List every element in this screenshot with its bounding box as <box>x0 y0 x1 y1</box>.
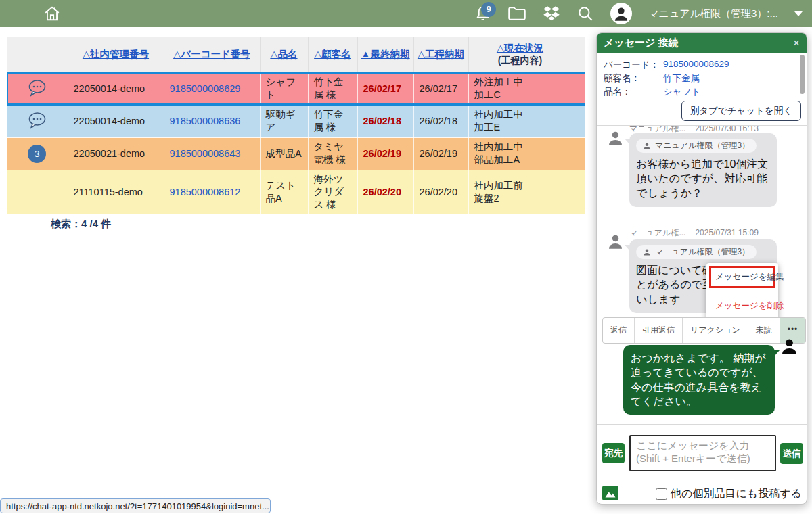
barcode-link[interactable]: 9185000008612 <box>170 187 241 197</box>
cell-final-due-date: 26/02/20 <box>357 170 413 214</box>
cell-process-due-date: 26/02/17 <box>413 72 468 105</box>
sort-header-link[interactable]: △社内管理番号 <box>83 49 149 60</box>
orders-table: △社内管理番号△バーコード番号△品名△顧客名▲最終納期△工程納期△現在状況(工程… <box>7 37 585 214</box>
customer-info-row: 顧客名： 竹下金属 <box>604 72 700 85</box>
barcode-value: 9185000008629 <box>663 59 729 71</box>
user-avatar[interactable] <box>610 3 632 24</box>
post-to-other-items-option: 他の個別品目にも投稿する <box>656 487 802 501</box>
cell-current-status: 外注加工中 加工C <box>468 72 572 105</box>
column-header: △工程納期 <box>413 37 468 72</box>
reaction-button[interactable]: リアクション <box>683 318 748 343</box>
send-button[interactable]: 送信 <box>780 443 803 464</box>
cell-current-status: 社内加工前 旋盤2 <box>468 170 572 214</box>
attach-image-icon[interactable] <box>602 486 618 500</box>
sort-header-link[interactable]: △現在状況 <box>497 43 543 53</box>
row-icon-cell <box>7 170 68 214</box>
cell-barcode-link: 9185000008643 <box>164 137 260 170</box>
cell-product-name: シャフト <box>260 72 308 105</box>
customer-label: 顧客名： <box>604 72 663 85</box>
message-input[interactable] <box>629 435 776 471</box>
column-header: △品名 <box>260 37 308 72</box>
author-badge: マニュアル権限（管理3） <box>636 245 757 259</box>
table-row[interactable]: 22050014-demo9185000008629シャフト竹下金属 様26/0… <box>7 72 585 105</box>
menu-icon[interactable] <box>9 8 26 19</box>
search-icon[interactable] <box>577 5 594 22</box>
close-icon[interactable]: × <box>793 37 800 50</box>
chat-message-bubble[interactable]: マニュアル権限（管理3） お客様から追加で10個注文頂いたのですが、対応可能でし… <box>629 133 777 207</box>
cell-process-due-date: 26/02/19 <box>413 137 468 170</box>
folder-icon[interactable] <box>508 5 526 22</box>
checkbox-label: 他の個別品目にも投稿する <box>671 487 802 501</box>
scrollbar-thumb[interactable] <box>800 55 805 94</box>
barcode-label: バーコード： <box>604 59 663 71</box>
top-navbar: 9 マニュアル権限（管理3）:... <box>0 0 812 27</box>
cell-product-name: 駆動ギア <box>260 105 308 137</box>
open-chat-new-tab-button[interactable]: 別タブでチャットを開く <box>681 101 801 121</box>
barcode-info-row: バーコード： 9185000008629 <box>604 59 729 71</box>
table-row[interactable]: 322050021-demo9185000008643成型品Aタミヤ電機 様26… <box>7 137 585 170</box>
notification-bell-icon[interactable]: 9 <box>474 5 491 22</box>
cell-cut <box>572 72 585 105</box>
row-icon-cell: 3 <box>7 137 68 170</box>
column-header: △現在状況(工程内容) <box>468 37 572 72</box>
edit-message-menu-item[interactable]: メッセージを編集 <box>709 266 775 288</box>
barcode-link[interactable]: 9185000008629 <box>170 83 241 94</box>
cell-current-status: 社内加工中 加工E <box>468 105 572 137</box>
user-name-label[interactable]: マニュアル権限（管理3）:... <box>648 7 778 20</box>
cell-management-number: 22050014-demo <box>68 105 164 137</box>
sort-header-link[interactable]: △バーコード番号 <box>173 49 250 60</box>
orders-table-body: 22050014-demo9185000008629シャフト竹下金属 様26/0… <box>7 72 585 214</box>
dropbox-icon[interactable] <box>543 5 560 22</box>
customer-value: 竹下金属 <box>663 72 700 85</box>
message-context-menu: メッセージを編集 メッセージを削除 <box>706 263 778 323</box>
message-text: お客様から追加で10個注文頂いたのですが、対応可能でしょうか？ <box>636 157 770 200</box>
cell-customer-name: 海外ツクリダス 様 <box>308 170 357 214</box>
divider <box>597 424 807 425</box>
message-author-line: マニュアル権...2025/07/31 15:09 <box>629 227 759 239</box>
person-icon <box>643 248 651 256</box>
home-icon[interactable] <box>43 5 61 22</box>
person-icon <box>606 129 625 150</box>
barcode-link[interactable]: 9185000008636 <box>170 116 241 126</box>
unread-count-badge: 3 <box>28 145 46 163</box>
chat-bubble-icon[interactable] <box>26 111 48 130</box>
table-row[interactable]: 21110115-demo9185000008612テスト品A海外ツクリダス 様… <box>7 170 585 214</box>
sort-header-link[interactable]: △品名 <box>270 49 297 60</box>
column-header-empty <box>7 37 68 72</box>
chat-panel: メッセージ 接続 × バーコード： 9185000008629 顧客名： 竹下金… <box>596 32 807 505</box>
table-row[interactable]: 22050014-demo9185000008636駆動ギア竹下金属 様26/0… <box>7 105 585 137</box>
reply-button[interactable]: 返信 <box>603 318 635 343</box>
own-message-bubble[interactable]: おつかれさまです。 納期が迫ってきているのですが、今の仕事の進み具合を教えてくだ… <box>623 345 775 415</box>
post-to-other-items-checkbox[interactable] <box>656 488 667 500</box>
chevron-down-icon[interactable] <box>794 11 803 16</box>
unread-button[interactable]: 未読 <box>748 318 780 343</box>
cell-barcode-link: 9185000008612 <box>164 170 260 214</box>
sort-header-link[interactable]: △顧客名 <box>314 49 351 60</box>
quote-reply-button[interactable]: 引用返信 <box>635 318 683 343</box>
cell-process-due-date: 26/02/20 <box>413 170 468 214</box>
cell-barcode-link: 9185000008629 <box>164 72 260 105</box>
cell-cut <box>572 105 585 137</box>
barcode-link[interactable]: 9185000008643 <box>170 148 241 159</box>
sort-header-link[interactable]: △工程納期 <box>418 49 464 60</box>
recipient-button[interactable]: 宛先 <box>602 443 625 463</box>
cell-management-number: 21110115-demo <box>68 170 164 214</box>
chat-message-list[interactable]: マニュアル権...2025/07/30 16:13 マニュアル権限（管理3） お… <box>597 126 807 424</box>
cell-product-name: テスト品A <box>260 170 308 214</box>
person-icon <box>780 337 799 358</box>
column-header-subtitle: (工程内容) <box>472 55 569 67</box>
cell-final-due-date: 26/02/18 <box>357 105 413 137</box>
column-header: ▲最終納期 <box>357 37 413 72</box>
chat-bubble-icon[interactable] <box>26 78 48 97</box>
person-icon <box>643 142 651 150</box>
column-header: △社内管理番号 <box>68 37 164 72</box>
person-icon <box>606 233 625 254</box>
row-icon-cell <box>7 105 68 137</box>
column-header: △バーコード番号 <box>164 37 260 72</box>
cell-product-name: 成型品A <box>260 137 308 170</box>
message-action-bar: 返信引用返信リアクション未読••• <box>602 317 806 344</box>
author-badge: マニュアル権限（管理3） <box>636 139 757 153</box>
sort-header-link[interactable]: ▲最終納期 <box>361 49 409 60</box>
delete-message-menu-item[interactable]: メッセージを削除 <box>709 298 775 314</box>
chat-panel-title: メッセージ 接続 <box>604 37 679 49</box>
